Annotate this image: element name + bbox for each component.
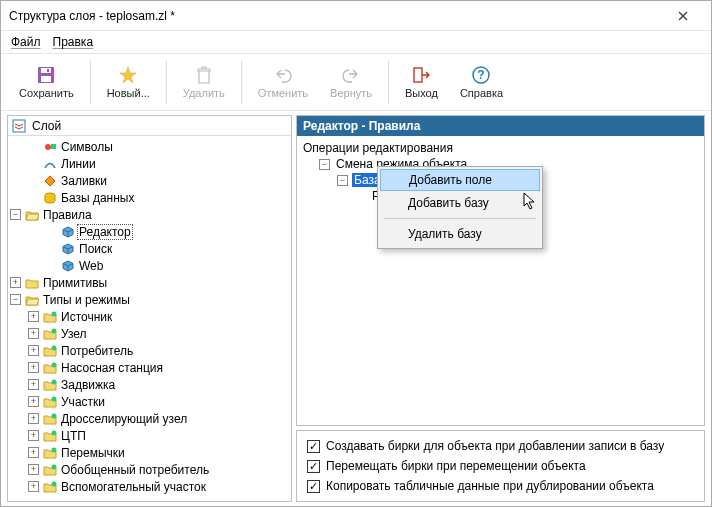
expand-icon[interactable]: + — [28, 481, 39, 492]
window-title: Структура слоя - teplosam.zl * — [9, 9, 663, 23]
cube-icon — [61, 242, 75, 256]
symbols-icon — [43, 140, 57, 154]
expand-icon[interactable]: + — [28, 328, 39, 339]
folder-new-icon — [43, 463, 57, 477]
svg-point-15 — [52, 362, 57, 367]
menubar: Файл Правка — [1, 31, 711, 53]
tree-item-rules[interactable]: −Правила — [10, 206, 289, 223]
tree-item-lines[interactable]: Линии — [10, 155, 289, 172]
svg-rect-10 — [51, 144, 56, 149]
expand-icon[interactable]: + — [28, 464, 39, 475]
ctx-del-base[interactable]: Удалить базу — [380, 222, 540, 246]
expand-icon[interactable]: + — [28, 311, 39, 322]
expand-icon[interactable]: + — [28, 345, 39, 356]
svg-point-16 — [52, 379, 57, 384]
delete-label: Удалить — [181, 87, 227, 99]
ctx-add-field[interactable]: Добавить поле — [380, 169, 540, 191]
help-label: Справка — [458, 87, 505, 99]
svg-point-13 — [52, 328, 57, 333]
folder-new-icon — [43, 310, 57, 324]
expand-icon[interactable]: + — [10, 277, 21, 288]
new-icon — [118, 65, 138, 85]
tree-item[interactable]: +Насосная станция — [10, 359, 289, 376]
menu-file[interactable]: Файл — [7, 33, 45, 51]
help-button[interactable]: ? Справка — [450, 56, 513, 108]
tree-item[interactable]: +Дросселирующий узел — [10, 410, 289, 427]
menu-edit[interactable]: Правка — [49, 33, 98, 51]
toolbar-sep — [241, 60, 242, 104]
right-panel: Редактор - Правила Операции редактирован… — [296, 115, 705, 502]
tree-item[interactable]: +ЦТП — [10, 427, 289, 444]
left-tree[interactable]: Символы Линии Заливки Базы данных −Прави… — [8, 136, 291, 501]
expand-icon[interactable]: + — [28, 362, 39, 373]
svg-point-21 — [52, 464, 57, 469]
expand-icon[interactable]: + — [28, 413, 39, 424]
toolbar-sep — [166, 60, 167, 104]
svg-point-22 — [52, 481, 57, 486]
save-icon — [36, 65, 56, 85]
expand-icon[interactable]: + — [28, 447, 39, 458]
tree-item-editor[interactable]: Редактор — [10, 223, 289, 240]
tree-item-primitives[interactable]: +Примитивы — [10, 274, 289, 291]
delete-button[interactable]: Удалить — [173, 56, 235, 108]
rtree-root[interactable]: Операции редактирования — [301, 140, 700, 156]
collapse-icon[interactable]: − — [319, 159, 330, 170]
check-copy-table[interactable]: ✓Копировать табличные данные при дублиро… — [307, 479, 694, 493]
left-header-label: Слой — [32, 119, 61, 133]
redo-button[interactable]: Вернуть — [320, 56, 382, 108]
tree-item[interactable]: +Источник — [10, 308, 289, 325]
svg-point-9 — [45, 144, 51, 150]
close-button[interactable] — [663, 2, 703, 30]
svg-text:?: ? — [478, 68, 485, 82]
folder-new-icon — [43, 395, 57, 409]
left-header: Слой — [8, 116, 291, 136]
checkbox-checked-icon: ✓ — [307, 480, 320, 493]
ctx-add-base[interactable]: Добавить базу — [380, 191, 540, 215]
tree-item-fills[interactable]: Заливки — [10, 172, 289, 189]
toolbar-sep — [388, 60, 389, 104]
right-header: Редактор - Правила — [297, 116, 704, 136]
folder-new-icon — [43, 344, 57, 358]
collapse-icon[interactable]: − — [10, 209, 21, 220]
collapse-icon[interactable]: − — [337, 175, 348, 186]
right-bottom-panel: ✓Создавать бирки для объекта при добавле… — [296, 430, 705, 502]
collapse-icon[interactable]: − — [10, 294, 21, 305]
tree-item-typesmodes[interactable]: −Типы и режимы — [10, 291, 289, 308]
tree-item[interactable]: +Задвижка — [10, 376, 289, 393]
delete-icon — [194, 65, 214, 85]
tree-item-symbols[interactable]: Символы — [10, 138, 289, 155]
svg-rect-1 — [41, 68, 51, 73]
folder-open-icon — [25, 208, 39, 222]
tree-item[interactable]: +Перемычки — [10, 444, 289, 461]
tree-item[interactable]: +Участки — [10, 393, 289, 410]
tree-item[interactable]: +Потребитель — [10, 342, 289, 359]
folder-open-icon — [25, 293, 39, 307]
folder-new-icon — [43, 446, 57, 460]
tree-item[interactable]: +Узел — [10, 325, 289, 342]
exit-button[interactable]: Выход — [395, 56, 448, 108]
svg-marker-4 — [120, 67, 136, 83]
expand-icon[interactable]: + — [28, 430, 39, 441]
exit-icon — [411, 65, 431, 85]
tree-item[interactable]: +Вспомогательный участок — [10, 478, 289, 495]
tree-item-databases[interactable]: Базы данных — [10, 189, 289, 206]
svg-point-20 — [52, 447, 57, 452]
expand-icon[interactable]: + — [28, 396, 39, 407]
expand-icon[interactable]: + — [28, 379, 39, 390]
check-create-tags[interactable]: ✓Создавать бирки для объекта при добавле… — [307, 439, 694, 453]
save-button[interactable]: Сохранить — [9, 56, 84, 108]
undo-button[interactable]: Отменить — [248, 56, 318, 108]
tree-item-search[interactable]: Поиск — [10, 240, 289, 257]
toolbar: Сохранить Новый... Удалить Отменить Верн… — [1, 53, 711, 111]
redo-label: Вернуть — [328, 87, 374, 99]
check-move-tags[interactable]: ✓Перемещать бирки при перемещении объект… — [307, 459, 694, 473]
tree-item-web[interactable]: Web — [10, 257, 289, 274]
svg-point-14 — [52, 345, 57, 350]
new-button[interactable]: Новый... — [97, 56, 160, 108]
undo-label: Отменить — [256, 87, 310, 99]
folder-new-icon — [43, 378, 57, 392]
toolbar-sep — [90, 60, 91, 104]
tree-item[interactable]: +Обобщенный потребитель — [10, 461, 289, 478]
close-icon — [678, 11, 688, 21]
context-menu: Добавить поле Добавить базу Удалить базу — [377, 166, 543, 249]
